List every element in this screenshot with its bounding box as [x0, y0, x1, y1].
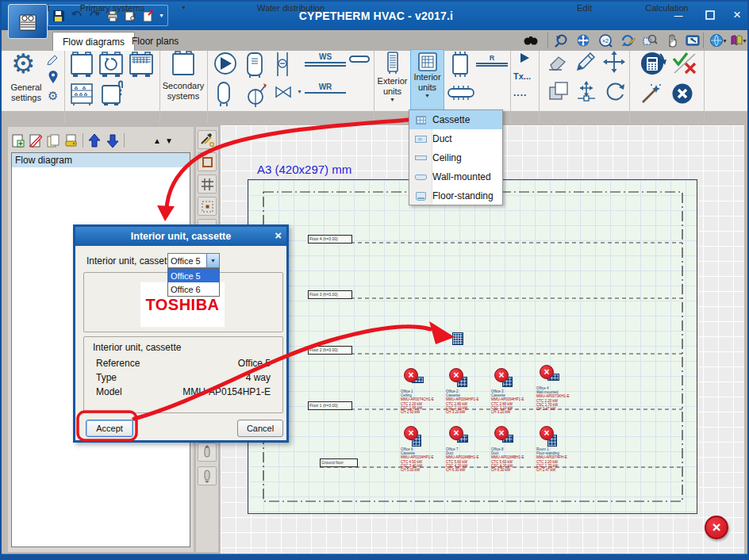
general-settings-gear-icon[interactable]: ⚙	[11, 49, 35, 78]
circulation-pump-icon[interactable]	[244, 81, 270, 108]
move-down-icon[interactable]	[106, 133, 120, 148]
wall-mounted-icon	[409, 175, 432, 180]
list-item-flow-diagram[interactable]: Flow diagram	[12, 153, 190, 167]
copy-diagram-icon[interactable]	[46, 133, 60, 148]
buffer-tank-icon[interactable]	[244, 51, 265, 79]
exterior-units-button[interactable]: Exterior units ▼	[375, 49, 409, 111]
line-style-button[interactable]: ....	[513, 87, 527, 98]
erase-icon[interactable]	[547, 52, 570, 71]
scroll-down-icon[interactable]	[198, 466, 217, 485]
placing-cassette-icon[interactable]	[452, 332, 463, 345]
close-button[interactable]: ×	[725, 6, 749, 24]
full-screen-icon[interactable]	[682, 32, 703, 49]
options-gear-icon[interactable]: ⚙	[48, 89, 58, 103]
menu-item-wall-mounted[interactable]: Wall-mounted	[409, 167, 502, 186]
row-label: Model	[96, 386, 122, 397]
error-badge-icon: ×	[404, 426, 418, 440]
combo-label: Interior unit, cassette	[86, 255, 175, 267]
accept-button[interactable]: Accept	[86, 420, 133, 437]
zoom-extents-icon[interactable]	[573, 32, 593, 49]
tools-icon[interactable]	[198, 130, 217, 149]
floor-label: Floor 3 (h=3.00)	[308, 290, 352, 299]
balancing-valve-icon[interactable]	[273, 51, 292, 78]
zoom-previous-icon[interactable]	[551, 32, 571, 49]
combo-options-list: Office 5 Office 6	[167, 268, 220, 297]
floor-label: Floor 1 (h=3.00)	[308, 401, 352, 410]
secondary-caret-icon: ▼	[181, 5, 186, 10]
unit-labels: Office 2CassetteMMU-AP0094HP1-ECTC 2.80 …	[446, 389, 479, 414]
move-node-icon[interactable]	[576, 81, 597, 103]
menu-item-floor-standing[interactable]: Floor-standing	[409, 186, 502, 205]
edit-diagram-icon[interactable]	[29, 133, 42, 148]
wizard-wand-icon[interactable]	[640, 82, 662, 105]
zoom-x2-icon[interactable]: ×2	[595, 32, 616, 49]
cooling-tower-icon[interactable]	[70, 81, 94, 106]
edit-project-icon[interactable]	[46, 51, 60, 65]
cancel-button[interactable]: Cancel	[237, 420, 283, 437]
interior-unit-dialog: Interior unit, cassette × Interior unit,…	[73, 224, 289, 443]
update-results-icon[interactable]	[638, 49, 666, 78]
chiller-icon[interactable]	[70, 51, 94, 79]
selection-box-icon[interactable]	[198, 152, 217, 171]
dialog-close-icon[interactable]: ×	[275, 228, 282, 242]
valve-icon[interactable]	[275, 86, 295, 98]
wr-pipe-icon[interactable]: WR	[305, 82, 346, 94]
tab-floor-plans[interactable]: Floor plans	[122, 32, 188, 51]
pan-icon[interactable]	[662, 32, 682, 49]
unit-label-line: CH 2.47 kW	[536, 468, 567, 472]
edit-pencil-icon[interactable]	[574, 51, 597, 73]
ws-pipe-icon[interactable]: WS	[305, 52, 346, 67]
redraw-icon[interactable]	[617, 32, 638, 49]
heat-pump-icon[interactable]	[98, 51, 124, 79]
combo-option[interactable]: Office 5	[168, 269, 219, 282]
grid-icon[interactable]	[198, 175, 217, 194]
general-settings-button[interactable]: General settings	[6, 82, 46, 103]
secondary-systems-button[interactable]: Secondary systems	[160, 81, 206, 102]
interior-units-button[interactable]: Interior units ▼	[410, 49, 444, 111]
text-tool-button[interactable]: Tx...	[513, 71, 531, 81]
unit-label-line: MMU-AP0184BH1-E	[446, 455, 479, 459]
move-icon[interactable]	[603, 51, 625, 73]
app-icon[interactable]	[8, 4, 48, 39]
combo-option[interactable]: Office 6	[168, 282, 219, 296]
rotate-icon[interactable]	[605, 81, 627, 103]
add-diagram-icon[interactable]	[11, 133, 25, 148]
menu-item-ceiling[interactable]: Ceiling	[409, 148, 502, 167]
boiler-icon[interactable]	[100, 79, 125, 106]
unit-label-line: MMU-AP0094HP1-E	[491, 397, 524, 401]
collapse-icon[interactable]: ▲	[153, 136, 161, 145]
scroll-up-icon[interactable]	[198, 443, 217, 462]
print-diagram-icon[interactable]	[64, 133, 79, 148]
group-label-secondary[interactable]: ▼	[160, 2, 207, 13]
zoom-window-icon[interactable]	[640, 32, 660, 49]
copy-icon[interactable]	[547, 81, 570, 103]
valve-caret-icon[interactable]: ▼	[297, 89, 302, 94]
menu-item-duct[interactable]: Duct	[409, 129, 502, 148]
refrigerant-pipe-icon[interactable]: R	[476, 54, 508, 67]
combo-caret-icon[interactable]: ▼	[206, 254, 219, 267]
snap-icon[interactable]	[198, 197, 217, 216]
condensing-unit-icon[interactable]	[129, 51, 154, 79]
cancel-placement-button[interactable]: ×	[705, 516, 728, 539]
unit-label-line: CH 6.30 kW	[491, 468, 524, 472]
expansion-vessel-icon[interactable]	[214, 81, 233, 108]
export-caret-icon[interactable]: ▼	[159, 13, 164, 18]
cancel-calculation-icon[interactable]	[671, 82, 693, 105]
secondary-systems-icon[interactable]	[171, 51, 195, 76]
move-up-icon[interactable]	[87, 133, 102, 148]
search-icon[interactable]	[520, 32, 541, 49]
location-pin-icon[interactable]	[48, 70, 59, 84]
vrf-branch-icon[interactable]	[449, 51, 471, 79]
header-manifold-icon[interactable]	[446, 84, 476, 103]
expand-icon[interactable]: ▼	[165, 136, 173, 145]
menu-item-cassette[interactable]: Cassette	[409, 110, 502, 129]
pipe-segment-icon[interactable]	[349, 56, 370, 63]
play-icon[interactable]	[519, 52, 530, 63]
check-results-icon[interactable]	[671, 51, 698, 76]
unit-labels: Office 4Wall-mountedMMU-AP0073KH1-ECTC 2…	[536, 386, 570, 411]
unit-combo[interactable]: Office 5 ▼	[167, 253, 220, 268]
group-label-primary-systems: Primary systems	[65, 2, 159, 13]
unit-label-line: MMU-AP0154HP1-E	[401, 455, 434, 459]
pump-icon[interactable]	[213, 51, 238, 76]
help-caret-icon[interactable]: ▼	[742, 38, 747, 44]
